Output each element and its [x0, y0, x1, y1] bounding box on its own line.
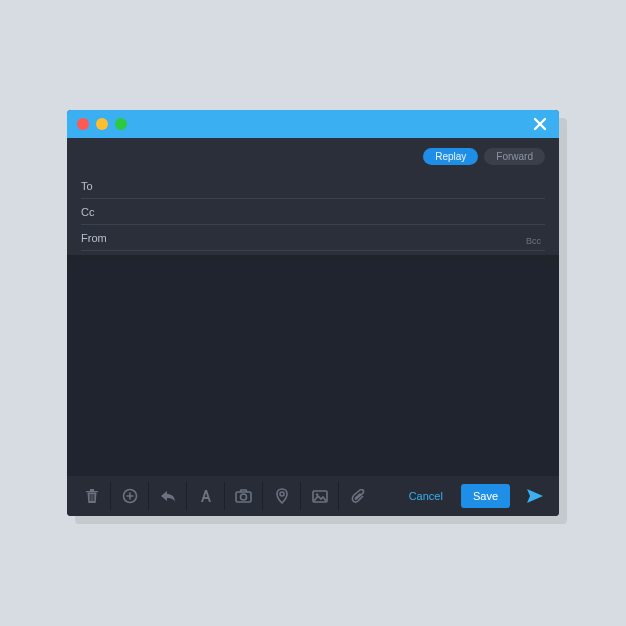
close-dot[interactable] — [77, 118, 89, 130]
send-button[interactable] — [517, 482, 553, 510]
cc-input[interactable] — [123, 206, 545, 218]
from-label: From — [81, 232, 123, 244]
reply-button[interactable]: Replay — [423, 148, 478, 165]
trash-icon[interactable] — [73, 482, 111, 510]
image-icon[interactable] — [301, 482, 339, 510]
close-icon[interactable] — [533, 117, 547, 131]
reply-arrow-icon[interactable] — [149, 482, 187, 510]
minimize-dot[interactable] — [96, 118, 108, 130]
add-icon[interactable] — [111, 482, 149, 510]
attachment-icon[interactable] — [339, 482, 377, 510]
camera-icon[interactable] — [225, 482, 263, 510]
cancel-button[interactable]: Cancel — [397, 484, 455, 508]
cc-label: Cc — [81, 206, 123, 218]
header-area: Replay Forward To Cc From Bcc — [67, 138, 559, 255]
font-icon[interactable] — [187, 482, 225, 510]
traffic-lights — [77, 118, 127, 130]
bottom-toolbar: Cancel Save — [67, 476, 559, 516]
forward-button[interactable]: Forward — [484, 148, 545, 165]
to-label: To — [81, 180, 123, 192]
save-button[interactable]: Save — [461, 484, 510, 508]
send-icon — [526, 488, 544, 504]
location-icon[interactable] — [263, 482, 301, 510]
maximize-dot[interactable] — [115, 118, 127, 130]
from-input[interactable] — [123, 232, 545, 244]
message-actions: Replay Forward — [81, 148, 545, 165]
compose-window: Replay Forward To Cc From Bcc — [67, 110, 559, 516]
to-input[interactable] — [123, 180, 545, 192]
message-body[interactable] — [67, 261, 559, 476]
bcc-toggle[interactable]: Bcc — [526, 236, 541, 246]
cc-row: Cc — [81, 199, 545, 225]
svg-point-2 — [241, 494, 247, 500]
titlebar — [67, 110, 559, 138]
from-row: From Bcc — [81, 225, 545, 251]
to-row: To — [81, 173, 545, 199]
svg-point-3 — [280, 492, 284, 496]
